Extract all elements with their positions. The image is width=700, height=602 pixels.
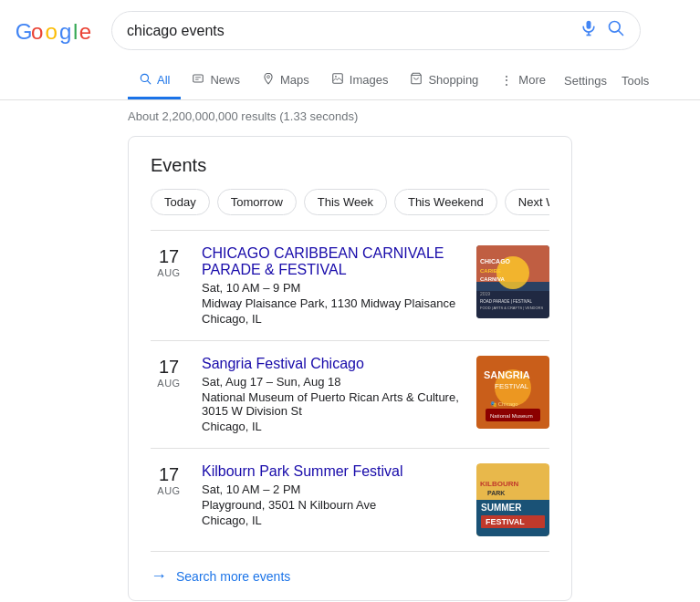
tab-maps-label: Maps [280, 73, 309, 87]
svg-rect-17 [333, 74, 343, 84]
svg-point-16 [267, 76, 270, 78]
search-icons [580, 19, 625, 42]
filter-today[interactable]: Today [151, 189, 210, 215]
search-input[interactable] [127, 23, 572, 39]
event-time: Sat, Aug 17 – Sun, Aug 18 [202, 375, 462, 389]
search-bar[interactable] [111, 11, 641, 50]
event-details: Kilbourn Park Summer Festival Sat, 10 AM… [202, 463, 462, 527]
filter-tomorrow[interactable]: Tomorrow [217, 189, 297, 215]
tab-images[interactable]: Images [320, 61, 400, 99]
svg-rect-6 [587, 21, 591, 29]
svg-text:SUMMER: SUMMER [481, 503, 522, 513]
search-submit-icon[interactable] [607, 19, 625, 42]
results-info: About 2,200,000,000 results (1.33 second… [0, 100, 700, 129]
event-location: Playground, 3501 N Kilbourn Ave [202, 498, 462, 512]
event-city: Chicago, IL [202, 514, 462, 527]
search-more-arrow-icon: → [151, 566, 167, 586]
event-time: Sat, 10 AM – 2 PM [202, 483, 462, 496]
filter-next-week[interactable]: Next Week [505, 189, 549, 215]
filter-this-week[interactable]: This Week [304, 189, 387, 215]
event-name[interactable]: Sangria Festival Chicago [202, 356, 462, 372]
svg-line-12 [147, 80, 151, 84]
svg-text:l: l [73, 19, 78, 44]
event-item: 17 AUG Kilbourn Park Summer Festival Sat… [151, 448, 549, 551]
shopping-icon [410, 72, 423, 88]
header: G o o g l e [0, 0, 700, 61]
tab-more[interactable]: ⋮ More [489, 62, 557, 99]
all-icon [139, 72, 151, 88]
event-name[interactable]: CHICAGO CARIBBEAN CARNIVALE PARADE & FES… [202, 245, 462, 278]
more-dots-icon: ⋮ [500, 73, 513, 88]
tab-shopping[interactable]: Shopping [399, 61, 489, 99]
nav-tabs: All News Maps Images Shopping ⋮ More Set… [0, 61, 700, 100]
search-more-events[interactable]: → Search more events [151, 551, 549, 600]
tab-images-label: Images [350, 73, 389, 87]
tab-shopping-label: Shopping [428, 73, 478, 87]
svg-rect-13 [193, 75, 204, 82]
svg-line-10 [619, 31, 623, 36]
microphone-icon[interactable] [580, 19, 598, 42]
svg-point-18 [335, 76, 337, 78]
svg-text:G: G [16, 19, 33, 44]
event-details: CHICAGO CARIBBEAN CARNIVALE PARADE & FES… [202, 245, 462, 326]
svg-text:FESTIVAL: FESTIVAL [486, 517, 525, 526]
svg-text:CHICAGO: CHICAGO [480, 258, 511, 265]
tab-all[interactable]: All [128, 61, 181, 99]
news-icon [192, 72, 204, 88]
svg-text:🎭 Chicago: 🎭 Chicago [490, 400, 518, 408]
event-image[interactable]: CHICAGO CARIBE CARNIVA 2019 ROAD PARADE … [476, 245, 549, 318]
tab-all-label: All [157, 73, 170, 87]
event-image[interactable]: KILBOURN PARK SUMMER FESTIVAL [476, 463, 549, 536]
svg-text:e: e [79, 19, 91, 44]
event-item: 17 AUG Sangria Festival Chicago Sat, Aug… [151, 340, 549, 448]
svg-text:2019: 2019 [480, 291, 490, 296]
settings-link[interactable]: Settings [557, 63, 614, 99]
events-card: Events Today Tomorrow This Week This Wee… [128, 136, 572, 601]
svg-text:SANGRIA: SANGRIA [484, 369, 530, 380]
svg-text:PARK: PARK [487, 490, 505, 496]
event-location: Midway Plaisance Park, 1130 Midway Plais… [202, 296, 462, 310]
svg-text:o: o [46, 19, 57, 44]
maps-icon [262, 72, 275, 88]
event-details: Sangria Festival Chicago Sat, Aug 17 – S… [202, 356, 462, 433]
tab-news-label: News [210, 73, 240, 87]
svg-text:FESTIVAL: FESTIVAL [495, 382, 529, 390]
event-location: National Museum of Puerto Rican Arts & C… [202, 390, 462, 418]
event-name[interactable]: Kilbourn Park Summer Festival [202, 463, 462, 480]
event-date: 17 AUG [151, 245, 187, 278]
svg-text:o: o [31, 19, 43, 44]
event-image[interactable]: SANGRIA FESTIVAL 🎭 Chicago National Muse… [476, 356, 549, 429]
filter-pills: Today Tomorrow This Week This Weekend Ne… [151, 189, 549, 215]
svg-text:FOOD | ARTS & CRAFTS | VENDORS: FOOD | ARTS & CRAFTS | VENDORS [480, 306, 543, 310]
event-time: Sat, 10 AM – 9 PM [202, 281, 462, 295]
events-title: Events [151, 155, 549, 176]
tab-news[interactable]: News [181, 61, 251, 99]
tab-more-label: More [518, 73, 546, 87]
svg-text:g: g [59, 19, 71, 44]
event-date: 17 AUG [151, 463, 187, 496]
svg-text:National Museum: National Museum [490, 413, 533, 419]
images-icon [331, 72, 344, 88]
event-city: Chicago, IL [202, 312, 462, 326]
svg-text:CARIBE: CARIBE [480, 268, 501, 274]
google-logo[interactable]: G o o g l e [15, 17, 97, 45]
event-date: 17 AUG [151, 356, 187, 389]
svg-text:KILBOURN: KILBOURN [480, 480, 518, 488]
tab-maps[interactable]: Maps [251, 61, 320, 99]
event-city: Chicago, IL [202, 420, 462, 433]
tools-link[interactable]: Tools [614, 63, 656, 99]
svg-text:ROAD PARADE | FESTIVAL: ROAD PARADE | FESTIVAL [480, 299, 533, 304]
event-item: 17 AUG CHICAGO CARIBBEAN CARNIVALE PARAD… [151, 230, 549, 340]
filter-this-weekend[interactable]: This Weekend [394, 189, 497, 215]
svg-text:CARNIVA: CARNIVA [480, 276, 506, 282]
search-more-label[interactable]: Search more events [176, 569, 290, 584]
